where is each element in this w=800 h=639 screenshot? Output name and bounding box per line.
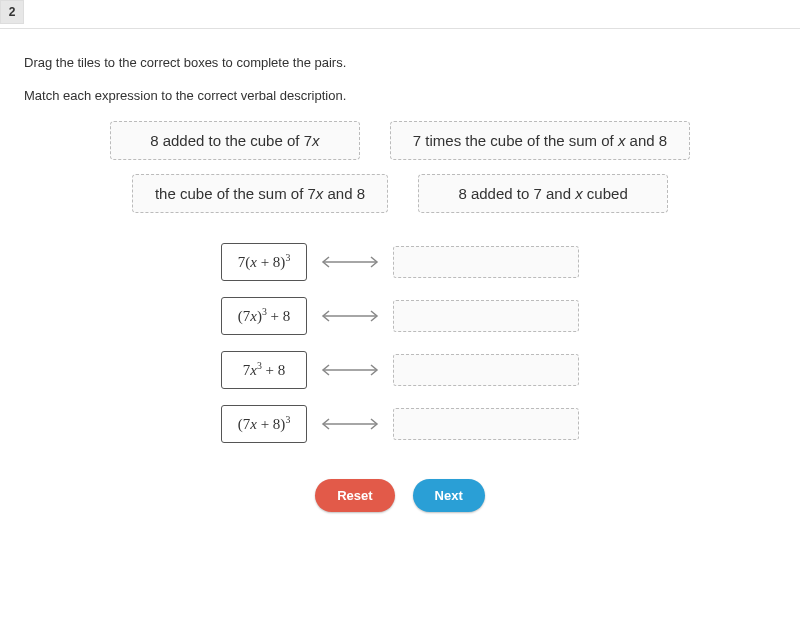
expression-7x-cubed-plus-8: 7x3 + 8 — [221, 351, 307, 389]
arrow-icon — [319, 253, 381, 271]
reset-button[interactable]: Reset — [315, 479, 394, 512]
tile-8-added-to-7-and-x-cubed[interactable]: 8 added to 7 and x cubed — [418, 174, 668, 213]
expression-paren-7x-cubed-plus-8: (7x)3 + 8 — [221, 297, 307, 335]
tile-var: x — [575, 185, 583, 202]
content-area: Drag the tiles to the correct boxes to c… — [0, 29, 800, 542]
tile-text-post: and 8 — [625, 132, 667, 149]
arrow-icon — [319, 415, 381, 433]
tile-text-post: and 8 — [323, 185, 365, 202]
button-bar: Reset Next — [24, 479, 776, 512]
instruction-line-1: Drag the tiles to the correct boxes to c… — [24, 55, 776, 70]
next-button[interactable]: Next — [413, 479, 485, 512]
pair-row-3: 7x3 + 8 — [221, 351, 579, 389]
tiles-area: 8 added to the cube of 7x 7 times the cu… — [24, 121, 776, 213]
tile-var: x — [312, 132, 320, 149]
drop-zone-4[interactable] — [393, 408, 579, 440]
pairs-area: 7(x + 8)3 (7x)3 + 8 7x3 + 8 — [24, 243, 776, 443]
tile-text: the cube of the sum of 7 — [155, 185, 316, 202]
pair-row-1: 7(x + 8)3 — [221, 243, 579, 281]
tile-text: 7 times the cube of the sum of — [413, 132, 618, 149]
drop-zone-2[interactable] — [393, 300, 579, 332]
pair-row-4: (7x + 8)3 — [221, 405, 579, 443]
expression-paren-7x-plus-8-cubed: (7x + 8)3 — [221, 405, 307, 443]
question-number: 2 — [0, 0, 24, 24]
tile-row-1: 8 added to the cube of 7x 7 times the cu… — [110, 121, 690, 160]
drop-zone-1[interactable] — [393, 246, 579, 278]
tile-cube-of-sum-7x-and-8[interactable]: the cube of the sum of 7x and 8 — [132, 174, 388, 213]
tile-text: 8 added to the cube of 7 — [150, 132, 312, 149]
tile-text: 8 added to 7 and — [458, 185, 575, 202]
pair-row-2: (7x)3 + 8 — [221, 297, 579, 335]
instruction-line-2: Match each expression to the correct ver… — [24, 88, 776, 103]
arrow-icon — [319, 361, 381, 379]
drop-zone-3[interactable] — [393, 354, 579, 386]
tile-8-added-to-cube-of-7x[interactable]: 8 added to the cube of 7x — [110, 121, 360, 160]
tile-text-post: cubed — [583, 185, 628, 202]
tile-7-times-cube-of-sum-x-and-8[interactable]: 7 times the cube of the sum of x and 8 — [390, 121, 690, 160]
expression-7-paren-x-plus-8-cubed: 7(x + 8)3 — [221, 243, 307, 281]
arrow-icon — [319, 307, 381, 325]
tile-row-2: the cube of the sum of 7x and 8 8 added … — [132, 174, 668, 213]
